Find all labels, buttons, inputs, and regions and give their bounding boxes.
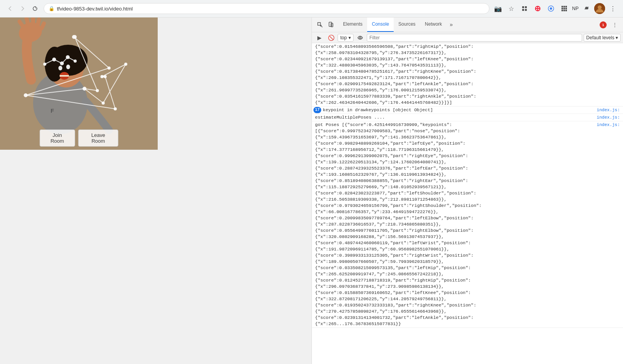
svg-point-8 [538,9,539,10]
source-link[interactable]: index.js: [594,114,620,121]
svg-point-58 [83,87,86,91]
svg-rect-12 [563,6,565,7]
back-button[interactable] [5,3,16,14]
inspect-element-button[interactable] [315,20,325,30]
bird-icon[interactable] [581,3,592,14]
device-toggle-button[interactable] [326,20,336,30]
url-text: tfvideo-9853-dev.twil.io/video.html [57,6,133,12]
error-badge: 1 [600,21,607,28]
tab-more-button[interactable]: » [447,18,456,32]
devtools-more-button[interactable]: ⋮ [610,20,620,30]
repeat-count-badge: 17 [313,107,321,113]
video-controls: Join Room Leave Room [39,130,118,147]
svg-text:F: F [51,108,54,114]
tab-console[interactable]: Console [367,18,394,32]
profile-avatar[interactable] [594,3,605,14]
svg-point-21 [598,5,602,9]
run-script-button[interactable]: ▶ [314,33,324,43]
lock-icon: 🔒 [49,6,55,11]
source-link[interactable]: index.js: [594,107,620,113]
svg-point-4 [535,6,540,11]
google-icon[interactable] [546,3,556,14]
svg-point-61 [107,66,111,70]
svg-point-27 [58,66,62,70]
svg-line-36 [42,23,44,28]
devtools-tabs: Elements Console Sources Network » [338,18,599,32]
console-line: {"score":0.015468093566596508,"part":"ri… [312,43,623,107]
svg-rect-11 [561,6,563,7]
svg-point-28 [66,65,70,69]
video-container: F [0,18,158,150]
svg-point-53 [60,61,64,65]
svg-rect-71 [329,22,332,26]
bookmark-button[interactable]: ☆ [506,3,517,14]
svg-point-54 [66,55,70,59]
svg-point-56 [74,60,77,63]
camera-button[interactable]: 📷 [493,3,503,14]
console-line: got Poses [{"score":0.4251449916730909,"… [312,121,623,328]
browser-actions: 📷 ☆ NP ⋮ [493,3,618,14]
apps-button[interactable] [559,3,570,14]
forward-button[interactable] [17,3,28,14]
devtools-toolbar: Elements Console Sources Network » 1 ⋮ [312,18,623,32]
svg-rect-16 [565,8,567,9]
svg-rect-18 [563,10,565,11]
svg-point-63 [72,35,76,39]
svg-rect-0 [522,6,524,8]
svg-rect-3 [525,9,527,11]
svg-point-55 [52,58,56,61]
app-area: F [0,18,312,364]
svg-rect-70 [318,23,320,25]
browser-chrome: 🔒 tfvideo-9853-dev.twil.io/video.html 📷 … [0,0,623,18]
browser-toolbar: 🔒 tfvideo-9853-dev.twil.io/video.html 📷 … [0,0,623,17]
svg-rect-1 [525,6,527,8]
svg-rect-13 [565,6,567,7]
context-selector[interactable]: top ▾ [338,34,354,42]
svg-point-7 [536,9,537,10]
svg-point-5 [536,7,537,8]
devtools-panel: Elements Console Sources Network » 1 ⋮ [312,18,623,364]
filter-input[interactable] [367,34,582,42]
console-output[interactable]: {"score":0.015468093566596508,"part":"ri… [312,43,623,364]
svg-rect-2 [522,9,524,11]
svg-rect-14 [561,8,563,9]
svg-point-74 [359,37,361,38]
refresh-button[interactable] [30,3,40,14]
address-bar[interactable]: 🔒 tfvideo-9853-dev.twil.io/video.html [44,3,489,14]
menu-button[interactable]: ⋮ [607,3,618,14]
tab-sources[interactable]: Sources [394,18,420,32]
clear-console-button[interactable]: 🚫 [326,33,336,43]
svg-point-67 [104,75,107,78]
svg-rect-17 [561,10,563,11]
svg-rect-19 [565,10,567,11]
extension-button[interactable] [519,3,530,14]
svg-point-60 [96,89,99,92]
svg-point-57 [43,63,46,66]
leave-room-button[interactable]: Leave Room [78,130,118,147]
svg-point-6 [538,7,539,8]
log-level-selector[interactable]: Default levels ▾ [584,34,621,42]
svg-point-64 [102,102,105,105]
console-line: 17 keypoint in drawkeypoints [object Obj… [312,107,623,114]
join-room-button[interactable]: Join Room [39,130,75,147]
tab-elements[interactable]: Elements [338,18,367,32]
console-line: estimateMultiplePoses .... index.js: [312,114,623,121]
svg-point-59 [24,93,28,97]
svg-line-35 [38,19,39,25]
source-link[interactable]: index.js: [594,122,620,128]
svg-rect-15 [563,8,565,9]
main-area: F [0,18,623,364]
svg-point-69 [100,75,104,78]
console-toolbar: ▶ 🚫 top ▾ Default levels ▾ [312,32,623,43]
svg-rect-30 [60,75,69,77]
svg-line-33 [26,18,28,24]
svg-point-10 [550,7,552,10]
nav-buttons [5,3,40,14]
tab-network[interactable]: Network [420,18,447,32]
console-eye-button[interactable] [355,33,365,43]
svg-point-65 [114,107,117,110]
svg-point-66 [124,63,127,66]
twilio-extension[interactable] [532,3,543,14]
user-label: NP [572,6,579,11]
